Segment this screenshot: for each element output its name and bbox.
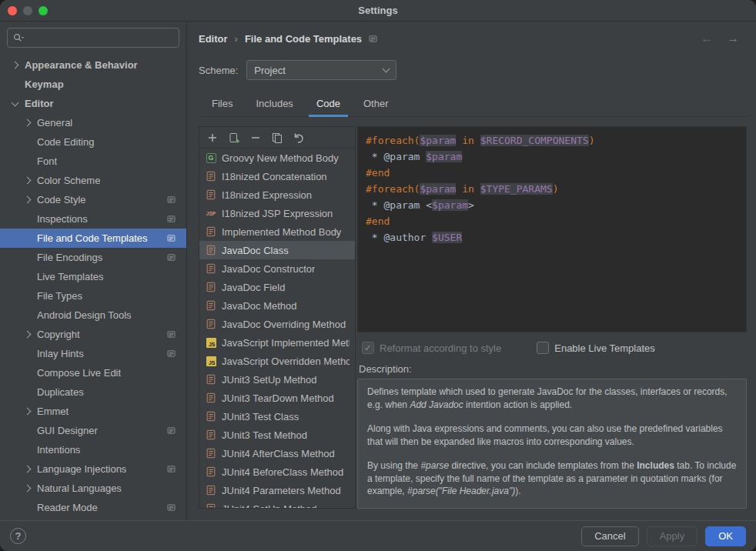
dialog-footer: ? Cancel Apply OK	[0, 520, 756, 551]
chevron-right-icon[interactable]	[23, 120, 37, 125]
chevron-right-icon[interactable]	[11, 62, 25, 68]
sidebar-item-label: File and Code Templates	[37, 232, 148, 244]
sidebar-item-keymap[interactable]: Keymap	[0, 75, 186, 94]
template-item-javadoc-constructor[interactable]: JavaDoc Constructor	[199, 259, 355, 278]
sidebar-item-copyright[interactable]: Copyright	[0, 325, 186, 344]
template-item-junit4-setup-method[interactable]: JUnit4 SetUp Method	[199, 499, 355, 508]
code-line: #foreach($param in $TYPE_PARAMS)	[366, 181, 738, 197]
help-button[interactable]: ?	[10, 528, 26, 544]
sidebar-item-code-style[interactable]: Code Style	[0, 190, 186, 209]
chevron-right-icon[interactable]	[23, 409, 37, 414]
sidebar-item-natural-languages[interactable]: Natural Languages	[0, 479, 186, 498]
template-item-groovy-new-method-body[interactable]: GGroovy New Method Body	[199, 149, 355, 167]
template-item-label: JUnit3 SetUp Method	[222, 374, 317, 386]
template-item-label: JUnit4 SetUp Method	[222, 503, 317, 509]
enable-live-templates-checkbox[interactable]: Enable Live Templates	[537, 342, 655, 354]
sidebar-item-inlay-hints[interactable]: Inlay Hints	[0, 344, 186, 363]
revert-icon	[293, 132, 305, 144]
sidebar-item-intentions[interactable]: Intentions	[0, 440, 186, 459]
search-box[interactable]	[7, 28, 179, 48]
template-item-javadoc-method[interactable]: JavaDoc Method	[199, 296, 355, 315]
template-item-label: JavaDoc Method	[222, 300, 297, 312]
sidebar-item-label: File Types	[37, 290, 82, 302]
tab-files[interactable]: Files	[200, 91, 244, 116]
chevron-right-icon[interactable]	[23, 466, 37, 472]
template-item-junit3-test-class[interactable]: JUnit3 Test Class	[199, 407, 355, 426]
template-item-javadoc-field[interactable]: JavaDoc Field	[199, 278, 355, 296]
scheme-select[interactable]: Project	[246, 60, 396, 80]
sidebar-item-label: Compose Live Edit	[37, 367, 121, 379]
remove-template-button[interactable]	[249, 132, 262, 144]
sidebar-item-label: Appearance & Behavior	[25, 59, 138, 71]
sidebar-item-compose-live-edit[interactable]: Compose Live Edit	[0, 363, 186, 382]
reset-template-button[interactable]	[293, 132, 305, 144]
template-item-javadoc-class[interactable]: JavaDoc Class	[199, 241, 355, 259]
sidebar-item-language-injections[interactable]: Language Injections	[0, 459, 186, 479]
project-level-icon	[166, 349, 176, 359]
sidebar-item-inspections[interactable]: Inspections	[0, 209, 186, 229]
chevron-right-icon[interactable]	[23, 332, 37, 337]
ok-button[interactable]: OK	[705, 526, 746, 546]
template-item-junit4-afterclass-method[interactable]: JUnit4 AfterClass Method	[199, 444, 355, 463]
chevron-down-icon[interactable]	[11, 102, 25, 105]
sidebar-item-appearance-behavior[interactable]: Appearance & Behavior	[0, 55, 186, 75]
template-editor-column: #foreach($param in $RECORD_COMPONENTS) *…	[357, 126, 747, 509]
template-item-javadoc-overriding-method[interactable]: JavaDoc Overriding Method	[199, 315, 355, 333]
add-template-button[interactable]	[206, 132, 219, 144]
sidebar-item-code-editing[interactable]: Code Editing	[0, 132, 186, 152]
back-button[interactable]: ←	[701, 32, 713, 45]
sidebar-item-color-scheme[interactable]: Color Scheme	[0, 171, 186, 190]
chevron-right-icon[interactable]	[23, 178, 37, 183]
tab-includes[interactable]: Includes	[244, 91, 304, 116]
sidebar-item-editor[interactable]: Editor	[0, 94, 186, 113]
sidebar-item-reader-mode[interactable]: Reader Mode	[0, 498, 186, 517]
add-icon	[206, 132, 219, 144]
tab-other[interactable]: Other	[352, 91, 400, 116]
create-child-template-button[interactable]	[228, 132, 240, 144]
template-icon	[205, 503, 217, 508]
code-token: * @author	[366, 232, 432, 243]
chevron-right-icon[interactable]	[23, 486, 37, 491]
cancel-button[interactable]: Cancel	[581, 526, 638, 546]
chevron-right-icon[interactable]	[23, 197, 37, 202]
project-level-icon	[166, 233, 176, 243]
template-item-junit4-parameters-method[interactable]: JUnit4 Parameters Method	[199, 481, 355, 499]
template-item-javascript-implemented-method[interactable]: JSJavaScript Implemented Method	[199, 333, 355, 352]
sidebar-item-emmet[interactable]: Emmet	[0, 402, 186, 421]
sidebar-item-file-encodings[interactable]: File Encodings	[0, 248, 186, 267]
breadcrumb-item-editor[interactable]: Editor	[199, 33, 228, 45]
template-item-junit3-teardown-method[interactable]: JUnit3 TearDown Method	[199, 389, 355, 407]
template-icon	[205, 484, 217, 496]
sidebar-item-android-design-tools[interactable]: Android Design Tools	[0, 306, 186, 325]
sidebar-item-font[interactable]: Font	[0, 152, 186, 171]
template-item-junit3-test-method[interactable]: JUnit3 Test Method	[199, 426, 355, 444]
code-token: * @param	[366, 151, 426, 162]
sidebar-item-label: Copyright	[37, 329, 80, 340]
template-item-implemented-method-body[interactable]: Implemented Method Body	[199, 222, 355, 241]
tab-code[interactable]: Code	[305, 91, 352, 116]
code-token: $param	[420, 183, 456, 195]
template-item-i18nized-concatenation[interactable]: I18nized Concatenation	[199, 167, 355, 185]
template-item-junit3-setup-method[interactable]: JUnit3 SetUp Method	[199, 370, 355, 389]
sidebar-item-general[interactable]: General	[0, 113, 186, 132]
sidebar-item-file-and-code-templates[interactable]: File and Code Templates	[0, 229, 186, 248]
close-button[interactable]	[8, 6, 17, 15]
sidebar-item-live-templates[interactable]: Live Templates	[0, 267, 186, 286]
template-code-editor[interactable]: #foreach($param in $RECORD_COMPONENTS) *…	[357, 126, 747, 332]
template-item-junit4-beforeclass-method[interactable]: JUnit4 BeforeClass Method	[199, 463, 355, 481]
template-item-label: JUnit3 TearDown Method	[222, 392, 334, 404]
template-item-i18nized-expression[interactable]: I18nized Expression	[199, 185, 355, 204]
template-item-i18nized-jsp-expression[interactable]: JSPI18nized JSP Expression	[199, 204, 355, 222]
duplicate-template-button[interactable]	[271, 132, 283, 144]
search-input[interactable]	[27, 32, 174, 44]
zoom-button[interactable]	[38, 6, 48, 15]
template-item-javascript-overridden-method[interactable]: JSJavaScript Overridden Method	[199, 352, 355, 370]
forward-button[interactable]: →	[727, 32, 739, 45]
sidebar-item-label: Code Style	[37, 194, 86, 205]
breadcrumb-item-file-and-code-templates[interactable]: File and Code Templates	[245, 33, 362, 45]
template-item-label: JUnit4 Parameters Method	[222, 485, 341, 496]
sidebar-item-duplicates[interactable]: Duplicates	[0, 382, 186, 402]
sidebar-item-gui-designer[interactable]: GUI Designer	[0, 421, 186, 440]
code-token: #end	[366, 167, 390, 179]
sidebar-item-file-types[interactable]: File Types	[0, 286, 186, 306]
